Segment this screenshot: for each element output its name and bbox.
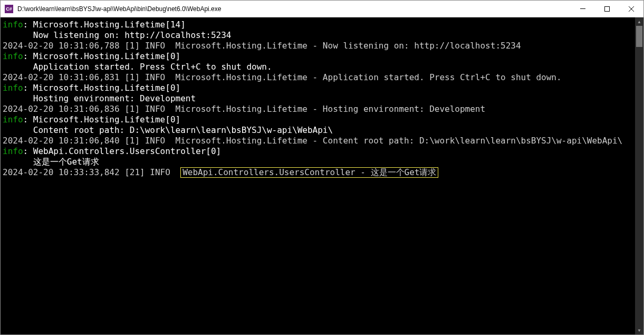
log-message: Content root path: D:\work\learn\learn\b… [3, 125, 333, 135]
window-title: D:\work\learn\learn\bsBYSJ\w-api\WebApi\… [17, 5, 571, 13]
log-timestamped-line: 2024-02-20 10:31:06,840 [1] INFO Microso… [3, 136, 622, 146]
log-colon: : [23, 83, 33, 93]
terminal-output[interactable]: info: Microsoft.Hosting.Lifetime[14] Now… [1, 17, 635, 334]
log-message: Now listening on: http://localhost:5234 [3, 30, 231, 40]
maximize-icon [604, 6, 610, 12]
log-timestamped-line: 2024-02-20 10:31:06,831 [1] INFO Microso… [3, 72, 562, 82]
app-icon: C# [5, 5, 13, 13]
log-message: Application started. Press Ctrl+C to shu… [3, 62, 272, 72]
log-level-info: info [3, 20, 23, 30]
log-colon: : [23, 114, 33, 125]
log-source: WebApi.Controllers.UsersController[0] [33, 146, 221, 156]
log-message: 这是一个Get请求 [3, 157, 99, 167]
scroll-down-arrow-icon[interactable]: ▼ [635, 326, 643, 334]
log-source: Microsoft.Hosting.Lifetime[0] [33, 114, 180, 125]
log-source: Microsoft.Hosting.Lifetime[0] [33, 83, 180, 93]
log-source: Microsoft.Hosting.Lifetime[14] [33, 20, 186, 30]
log-level-info: info [3, 146, 23, 156]
vertical-scrollbar[interactable]: ▲ ▼ [635, 17, 643, 334]
minimize-icon [580, 8, 585, 9]
terminal-area: info: Microsoft.Hosting.Lifetime[14] Now… [1, 17, 643, 334]
close-icon [629, 6, 634, 12]
log-timestamped-line: 2024-02-20 10:31:06,836 [1] INFO Microso… [3, 104, 485, 114]
scrollbar-thumb[interactable] [636, 26, 642, 47]
close-button[interactable] [619, 1, 643, 17]
log-level-info: info [3, 114, 23, 125]
window-controls [571, 1, 643, 17]
log-level-info: info [3, 83, 23, 93]
log-timestamp-prefix: 2024-02-20 10:33:33,842 [21] INFO [3, 167, 180, 177]
maximize-button[interactable] [595, 1, 619, 17]
scroll-up-arrow-icon[interactable]: ▲ [635, 17, 643, 26]
log-source: Microsoft.Hosting.Lifetime[0] [33, 51, 180, 61]
console-window: C# D:\work\learn\learn\bsBYSJ\w-api\WebA… [0, 0, 644, 335]
minimize-button[interactable] [571, 1, 595, 17]
log-level-info: info [3, 51, 23, 61]
highlighted-log-segment: WebApi.Controllers.UsersController - 这是一… [180, 167, 438, 178]
titlebar[interactable]: C# D:\work\learn\learn\bsBYSJ\w-api\WebA… [1, 1, 643, 17]
log-colon: : [23, 20, 33, 30]
log-message: Hosting environment: Development [3, 93, 196, 103]
log-colon: : [23, 146, 33, 156]
log-colon: : [23, 51, 33, 61]
log-timestamped-line: 2024-02-20 10:31:06,788 [1] INFO Microso… [3, 41, 521, 51]
